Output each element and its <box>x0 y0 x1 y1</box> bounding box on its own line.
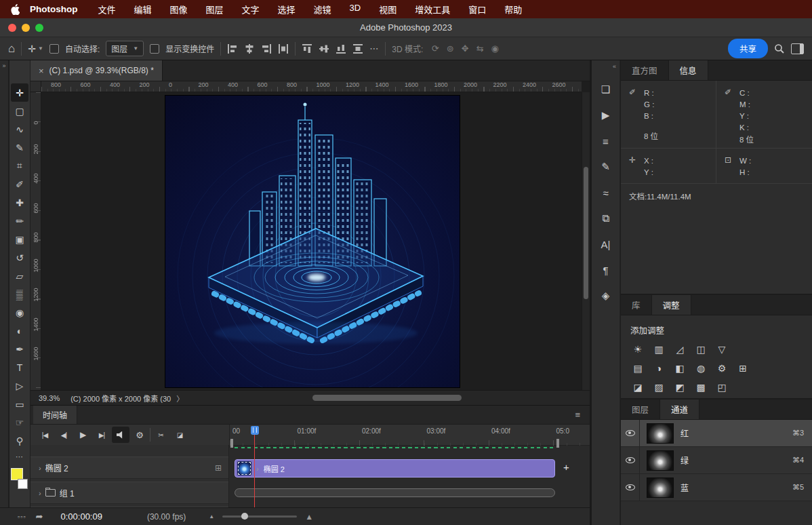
menubar-item[interactable]: 滤镜 <box>314 3 331 16</box>
frame-view-icon[interactable]: ▫▫▫ <box>18 513 26 520</box>
work-area-start-handle[interactable] <box>230 439 233 448</box>
visibility-toggle[interactable] <box>621 447 640 473</box>
maximize-window-button[interactable] <box>35 24 43 32</box>
menubar-item[interactable]: 图像 <box>170 3 188 16</box>
timeline-ruler[interactable]: 0001:00f02:00f03:00f04:00f05:0 <box>229 425 590 446</box>
visibility-toggle[interactable] <box>621 474 640 501</box>
split-clip-button[interactable]: ✂ <box>152 427 169 443</box>
tab-layers[interactable]: 图层 <box>621 400 660 419</box>
share-button[interactable]: 共享 <box>728 39 768 58</box>
auto-select-dropdown[interactable]: 图层 ▼ <box>106 41 144 56</box>
disclosure-chevron-icon[interactable]: › <box>39 489 41 497</box>
adjustments-panel-icon[interactable]: ≡ <box>592 128 620 154</box>
search-icon[interactable] <box>774 43 785 54</box>
tab-histogram[interactable]: 直方图 <box>621 60 669 80</box>
menubar-item[interactable]: 窗口 <box>468 3 486 16</box>
expand-dock-icon[interactable]: » <box>0 60 8 71</box>
type-tool[interactable]: T <box>11 358 28 376</box>
align-bottom-icon[interactable] <box>336 43 346 54</box>
tab-adjustments[interactable]: 调整 <box>652 295 691 315</box>
align-top-icon[interactable] <box>302 43 312 54</box>
align-left-icon[interactable] <box>227 43 238 54</box>
healing-brush-tool[interactable]: ✚ <box>11 193 28 212</box>
tab-channels[interactable]: 通道 <box>660 400 699 419</box>
panel-menu-icon[interactable]: ≡ <box>575 410 580 420</box>
show-transform-checkbox[interactable] <box>150 44 159 54</box>
minimize-window-button[interactable] <box>22 24 30 32</box>
3d-panel-icon[interactable]: ◈ <box>592 283 620 309</box>
vertical-scrollbar-thumb[interactable] <box>584 167 588 299</box>
status-chevron-icon[interactable]: 〉 <box>176 393 184 404</box>
crop-tool[interactable]: ⌗ <box>11 157 28 175</box>
quick-selection-tool[interactable]: ✎ <box>11 138 28 157</box>
menubar-item[interactable]: 编辑 <box>134 3 152 16</box>
3d-roll-icon[interactable]: ⊚ <box>444 43 456 54</box>
horizontal-ruler[interactable]: 8006004002000200400600800100012001400160… <box>41 81 582 92</box>
marquee-tool[interactable]: ▢ <box>11 102 28 120</box>
track-row[interactable]: › 椭圆 2 ⊞ <box>31 456 228 479</box>
menubar-item[interactable]: 文字 <box>242 3 260 16</box>
3d-orbit-icon[interactable]: ⟳ <box>429 43 441 54</box>
distribute-vertical-icon[interactable] <box>352 43 363 54</box>
3d-camera-icon[interactable]: ◉ <box>489 43 501 54</box>
timeline-zoom-slider[interactable] <box>222 516 297 518</box>
apple-menu-icon[interactable] <box>11 4 30 15</box>
timeline-settings-button[interactable]: ⚙ <box>131 427 148 443</box>
path-selection-tool[interactable]: ▷ <box>11 376 28 395</box>
auto-select-checkbox[interactable] <box>49 44 59 54</box>
menubar-item[interactable]: 视图 <box>379 3 397 16</box>
selective-color-icon[interactable]: ◰ <box>714 381 729 393</box>
photo-filter-icon[interactable]: ◍ <box>693 362 708 374</box>
brushes-panel-icon[interactable]: ≈ <box>592 180 620 206</box>
previous-frame-button[interactable]: ◀| <box>55 427 73 443</box>
gradient-tool[interactable]: ▒ <box>11 285 28 303</box>
work-area-end-handle[interactable] <box>556 439 559 448</box>
hand-tool[interactable]: ☞ <box>11 413 28 431</box>
curves-icon[interactable]: ◿ <box>672 343 687 355</box>
eraser-tool[interactable]: ▱ <box>11 267 28 285</box>
threshold-icon[interactable]: ◩ <box>672 381 687 393</box>
brightness-contrast-icon[interactable]: ☀ <box>630 343 645 355</box>
close-window-button[interactable] <box>8 24 16 32</box>
move-tool[interactable]: ✛ <box>11 83 28 102</box>
menubar-item[interactable]: 3D <box>350 3 361 16</box>
rectangle-tool[interactable]: ▭ <box>11 395 28 413</box>
eyedropper-tool[interactable]: ✐ <box>11 175 28 193</box>
timeline-zoom-handle[interactable] <box>241 513 248 520</box>
channel-row[interactable]: 蓝 ⌘5 <box>621 474 812 501</box>
menubar-item[interactable]: 图层 <box>206 3 224 16</box>
lasso-tool[interactable]: ∿ <box>11 120 28 138</box>
vertical-scrollbar[interactable] <box>582 92 590 390</box>
properties-panel-icon[interactable]: ❏ <box>592 77 620 102</box>
pen-tool[interactable]: ✒ <box>11 340 28 358</box>
vibrance-icon[interactable]: ▽ <box>714 343 729 355</box>
zoom-tool[interactable]: ⚲ <box>11 431 28 450</box>
next-frame-button[interactable]: ▶| <box>93 427 110 443</box>
paragraph-panel-icon[interactable]: ¶ <box>592 257 620 283</box>
group-duration-bar[interactable] <box>235 488 555 497</box>
visibility-toggle[interactable] <box>621 420 640 446</box>
play-button[interactable]: ▶ <box>74 427 92 443</box>
invert-icon[interactable]: ◪ <box>630 381 645 393</box>
brush-settings-panel-icon[interactable]: ✎ <box>592 154 620 180</box>
zoom-out-timeline-icon[interactable]: ▲ <box>209 513 214 520</box>
track-options-icon[interactable]: ⊞ <box>215 463 222 473</box>
menubar-item[interactable]: 增效工具 <box>415 3 450 16</box>
add-media-button[interactable]: + <box>563 461 569 473</box>
disclosure-chevron-icon[interactable]: › <box>39 464 41 472</box>
render-export-icon[interactable]: ➦ <box>36 511 43 522</box>
align-center-horizontal-icon[interactable] <box>244 43 255 54</box>
edit-toolbar-button[interactable]: ⋯ <box>16 452 24 461</box>
background-color-swatch[interactable] <box>18 479 28 489</box>
character-panel-icon[interactable]: A| <box>592 231 620 257</box>
3d-slide-icon[interactable]: ⇆ <box>474 43 486 54</box>
align-middle-icon[interactable] <box>319 43 329 54</box>
transition-button[interactable]: ◪ <box>171 427 188 443</box>
active-tool-preset[interactable]: ✛ ▼ <box>28 43 43 54</box>
timeline-clip[interactable]: › 椭圆 2 <box>235 459 555 478</box>
posterize-icon[interactable]: ▨ <box>651 381 666 393</box>
zoom-in-timeline-icon[interactable]: ▲ <box>305 512 313 522</box>
3d-pan-icon[interactable]: ✥ <box>459 43 471 54</box>
channel-row[interactable]: 红 ⌘3 <box>621 420 812 447</box>
distribute-horizontal-icon[interactable] <box>278 43 289 54</box>
